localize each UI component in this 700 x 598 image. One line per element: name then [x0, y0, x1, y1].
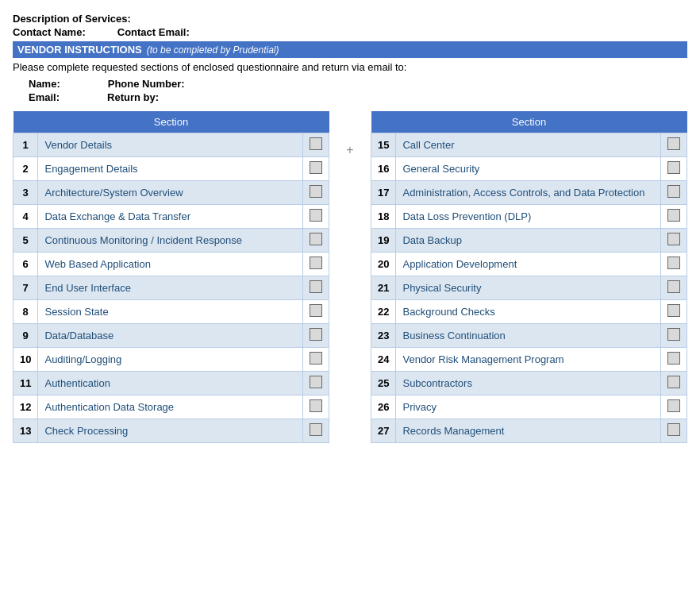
table-row: 6Web Based Application	[13, 253, 329, 276]
table-row: 4Data Exchange & Data Transfer	[13, 205, 329, 229]
description-row: Description of Services:	[13, 13, 687, 25]
checkbox-icon[interactable]	[667, 185, 680, 198]
checkbox-cell[interactable]	[661, 133, 687, 157]
checkbox-icon[interactable]	[310, 280, 322, 293]
table-row: 2Engagement Details	[13, 157, 329, 181]
checkbox-icon[interactable]	[667, 423, 680, 436]
checkbox-icon[interactable]	[310, 185, 322, 198]
checkbox-icon[interactable]	[310, 161, 322, 174]
checkbox-cell[interactable]	[303, 372, 329, 395]
checkbox-cell[interactable]	[661, 419, 687, 443]
checkbox-cell[interactable]	[661, 324, 687, 348]
checkbox-cell[interactable]	[661, 181, 687, 205]
instructions-text: Please complete requested sections of en…	[13, 61, 687, 73]
checkbox-icon[interactable]	[310, 423, 322, 436]
row-label: Physical Security	[396, 276, 661, 300]
checkbox-icon[interactable]	[310, 352, 322, 365]
right-table-header: Section	[371, 111, 687, 133]
checkbox-icon[interactable]	[667, 209, 680, 222]
checkbox-icon[interactable]	[310, 137, 322, 150]
checkbox-cell[interactable]	[661, 395, 687, 419]
table-row: 9Data/Database	[13, 324, 329, 348]
checkbox-cell[interactable]	[661, 372, 687, 395]
checkbox-icon[interactable]	[310, 257, 322, 269]
description-label: Description of Services:	[13, 13, 131, 25]
row-label: Administration, Access Controls, and Dat…	[396, 181, 661, 205]
checkbox-cell[interactable]	[661, 205, 687, 229]
checkbox-cell[interactable]	[303, 324, 329, 348]
row-number: 21	[371, 276, 396, 300]
row-label: Vendor Details	[38, 133, 303, 157]
table-row: 18Data Loss Prevention (DLP)	[371, 205, 687, 229]
checkbox-cell[interactable]	[303, 253, 329, 276]
checkbox-icon[interactable]	[310, 304, 322, 317]
checkbox-cell[interactable]	[661, 157, 687, 181]
row-label: Authentication Data Storage	[38, 395, 303, 419]
checkbox-icon[interactable]	[667, 376, 680, 388]
row-label: Business Continuation	[396, 324, 661, 348]
checkbox-icon[interactable]	[667, 399, 680, 412]
left-table: Section 1Vendor Details2Engagement Detai…	[13, 111, 329, 443]
return-by-label: Return by:	[107, 91, 159, 103]
row-label: Vendor Risk Management Program	[396, 348, 661, 372]
table-row: 7End User Interface	[13, 276, 329, 300]
table-row: 19Data Backup	[371, 229, 687, 253]
tables-container: Section 1Vendor Details2Engagement Detai…	[13, 111, 687, 443]
checkbox-cell[interactable]	[661, 229, 687, 253]
phone-label: Phone Number:	[108, 78, 185, 90]
checkbox-cell[interactable]	[303, 276, 329, 300]
checkbox-cell[interactable]	[303, 205, 329, 229]
checkbox-cell[interactable]	[661, 276, 687, 300]
table-row: 25Subcontractors	[371, 372, 687, 395]
row-label: Subcontractors	[396, 372, 661, 395]
row-number: 6	[13, 253, 38, 276]
row-number: 19	[371, 229, 396, 253]
checkbox-icon[interactable]	[310, 399, 322, 412]
checkbox-cell[interactable]	[303, 229, 329, 253]
checkbox-cell[interactable]	[661, 300, 687, 324]
table-row: 22Background Checks	[371, 300, 687, 324]
checkbox-icon[interactable]	[667, 137, 680, 150]
checkbox-icon[interactable]	[310, 376, 322, 388]
checkbox-cell[interactable]	[661, 348, 687, 372]
checkbox-cell[interactable]	[303, 395, 329, 419]
row-number: 23	[371, 324, 396, 348]
table-row: 13Check Processing	[13, 419, 329, 443]
checkbox-icon[interactable]	[310, 328, 322, 341]
row-number: 24	[371, 348, 396, 372]
checkbox-icon[interactable]	[667, 352, 680, 365]
row-label: Session State	[38, 300, 303, 324]
row-number: 10	[13, 348, 38, 372]
checkbox-icon[interactable]	[667, 328, 680, 341]
row-label: Data Exchange & Data Transfer	[38, 205, 303, 229]
vendor-instructions-bar: VENDOR INSTRUCTIONS (to be completed by …	[13, 41, 687, 58]
table-row: 10Auditing/Logging	[13, 348, 329, 372]
checkbox-icon[interactable]	[310, 233, 322, 245]
checkbox-icon[interactable]	[310, 209, 322, 222]
contact-row: Contact Name: Contact Email:	[13, 26, 687, 38]
table-row: 17Administration, Access Controls, and D…	[371, 181, 687, 205]
checkbox-icon[interactable]	[667, 280, 680, 293]
checkbox-cell[interactable]	[303, 157, 329, 181]
checkbox-icon[interactable]	[667, 257, 680, 269]
checkbox-icon[interactable]	[667, 233, 680, 245]
row-number: 27	[371, 419, 396, 443]
checkbox-icon[interactable]	[667, 161, 680, 174]
row-label: Background Checks	[396, 300, 661, 324]
row-label: Records Management	[396, 419, 661, 443]
row-label: Data Loss Prevention (DLP)	[396, 205, 661, 229]
left-table-header: Section	[13, 111, 329, 133]
row-number: 20	[371, 253, 396, 276]
column-separator[interactable]: +	[342, 111, 358, 157]
checkbox-cell[interactable]	[303, 419, 329, 443]
checkbox-cell[interactable]	[303, 348, 329, 372]
checkbox-cell[interactable]	[303, 300, 329, 324]
checkbox-icon[interactable]	[667, 304, 680, 317]
checkbox-cell[interactable]	[303, 133, 329, 157]
row-number: 26	[371, 395, 396, 419]
checkbox-cell[interactable]	[303, 181, 329, 205]
row-number: 11	[13, 372, 38, 395]
row-number: 5	[13, 229, 38, 253]
checkbox-cell[interactable]	[661, 253, 687, 276]
row-number: 13	[13, 419, 38, 443]
